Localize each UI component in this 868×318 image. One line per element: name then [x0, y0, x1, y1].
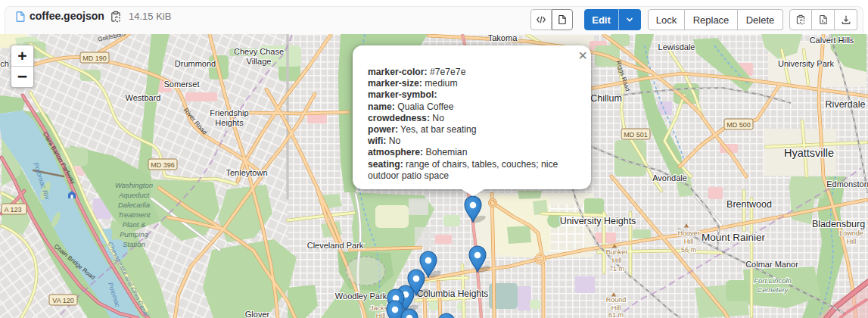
svg-text:Colmar Manor: Colmar Manor — [745, 260, 798, 269]
svg-text:Hill: Hill — [612, 257, 622, 264]
svg-text:Calvert Hills: Calvert Hills — [810, 36, 854, 45]
svg-text:A 123: A 123 — [4, 206, 21, 214]
svg-text:Chillum: Chillum — [590, 93, 622, 104]
svg-text:VA 120: VA 120 — [52, 297, 73, 304]
svg-text:Edmonston: Edmonston — [826, 179, 868, 189]
svg-text:56 m: 56 m — [681, 246, 696, 254]
svg-text:Fort Lincoln: Fort Lincoln — [754, 276, 792, 285]
svg-text:Hyattsville: Hyattsville — [784, 147, 834, 159]
svg-text:Treatment: Treatment — [118, 210, 151, 219]
svg-text:Pumping: Pumping — [120, 230, 148, 238]
svg-text:University Park: University Park — [778, 59, 834, 68]
svg-text:Riverdale: Riverdale — [826, 99, 866, 110]
svg-text:Woodley Park: Woodley Park — [335, 292, 387, 301]
svg-text:Westbard: Westbard — [126, 93, 161, 102]
svg-text:Somerset: Somerset — [163, 80, 199, 89]
svg-text:Takoma: Takoma — [488, 34, 518, 42]
svg-text:Brentwood: Brentwood — [726, 199, 772, 210]
svg-text:Drummond: Drummond — [175, 59, 216, 68]
svg-text:Lewisdale: Lewisdale — [658, 42, 695, 51]
svg-text:Friendship: Friendship — [210, 108, 248, 117]
svg-text:61 m: 61 m — [608, 311, 624, 318]
svg-text:Hoover: Hoover — [677, 229, 699, 237]
svg-text:Avondale: Avondale — [652, 173, 687, 182]
svg-text:Village: Village — [247, 57, 272, 66]
svg-text:Cleveland Park: Cleveland Park — [307, 241, 364, 250]
svg-text:Mount Rainier: Mount Rainier — [702, 232, 766, 243]
svg-text:MD 190: MD 190 — [82, 55, 107, 62]
svg-text:MD 396: MD 396 — [151, 161, 175, 169]
svg-text:Chevy Chase: Chevy Chase — [234, 47, 284, 56]
svg-text:Plant &: Plant & — [123, 220, 146, 229]
svg-text:Tenleytown: Tenleytown — [226, 168, 267, 177]
svg-text:Glover: Glover — [245, 310, 270, 318]
svg-text:University Heights: University Heights — [560, 216, 636, 226]
svg-text:Cemetery: Cemetery — [757, 285, 789, 294]
svg-text:ch: ch — [0, 59, 9, 68]
svg-text:Aqueduct: Aqueduct — [118, 191, 150, 199]
svg-text:Hill: Hill — [684, 238, 694, 245]
svg-text:Station: Station — [123, 240, 145, 248]
svg-text:MD 501: MD 501 — [624, 131, 648, 139]
svg-text:Round: Round — [606, 296, 627, 304]
svg-text:Washington: Washington — [115, 181, 153, 189]
svg-text:71 m: 71 m — [609, 265, 624, 273]
svg-text:Dalecarlia: Dalecarlia — [118, 201, 150, 209]
svg-text:Bunker: Bunker — [606, 248, 628, 256]
svg-text:Heights: Heights — [215, 118, 244, 127]
svg-text:MD 500: MD 500 — [726, 121, 751, 129]
svg-text:Bladensburg: Bladensburg — [812, 219, 865, 229]
svg-text:Hill: Hill — [847, 238, 857, 245]
svg-text:Lownde: Lownde — [839, 229, 863, 237]
svg-text:Hill: Hill — [376, 312, 386, 318]
